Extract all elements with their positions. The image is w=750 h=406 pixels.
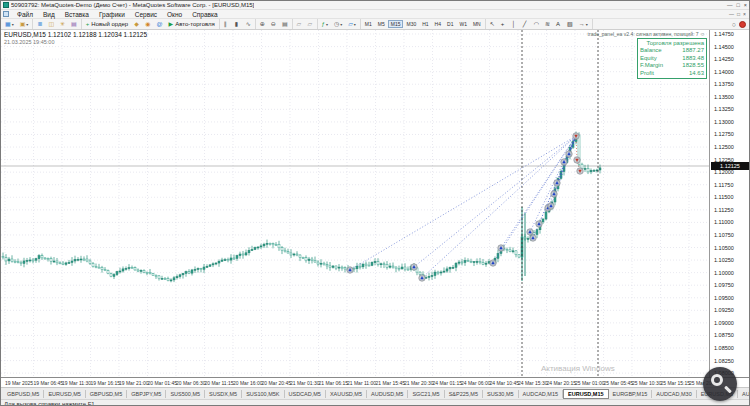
chart-tab-4[interactable]: SUS500,M5 bbox=[166, 390, 205, 398]
timeframe-button-m5[interactable]: M5 bbox=[375, 20, 388, 28]
trade-marker-buy[interactable] bbox=[548, 203, 554, 209]
trade-marker-buy[interactable] bbox=[530, 235, 536, 241]
notification-icon[interactable] bbox=[739, 21, 746, 28]
shapes-button[interactable]: ▧ bbox=[565, 20, 575, 29]
timeframe-button-m15[interactable]: M15 bbox=[388, 20, 404, 28]
fibonacci-button[interactable]: ≋ bbox=[543, 20, 552, 29]
trade-marker-buy[interactable] bbox=[536, 221, 542, 227]
chart-area[interactable]: 1.147501.145001.142501.140001.137501.135… bbox=[1, 30, 750, 377]
search-icon[interactable]: ○ bbox=[732, 21, 736, 28]
trade-marker-buy[interactable] bbox=[561, 159, 567, 165]
mail-button[interactable]: @ bbox=[154, 20, 164, 29]
cursor-button[interactable]: ↖ bbox=[488, 20, 497, 29]
chart-tab-1[interactable]: EURUSD,M5 bbox=[44, 390, 85, 398]
symbol-ohlc-info: EURUSD,M15 1.12102 1.12188 1.12034 1.121… bbox=[4, 31, 147, 38]
candles-chart-button[interactable]: ▮ bbox=[233, 20, 242, 29]
tile-windows-button[interactable]: ▤ bbox=[280, 20, 290, 29]
navigator-button[interactable]: ✳ bbox=[58, 20, 67, 29]
chart-tab-7[interactable]: USDCAD,M5 bbox=[285, 390, 326, 398]
line-chart-button[interactable]: ∿ bbox=[244, 20, 253, 29]
chart-tab-11[interactable]: S&P225,M5 bbox=[445, 390, 483, 398]
new-order-button[interactable]: +Новый ордер bbox=[84, 20, 130, 29]
chart-tab-5[interactable]: SUSDX,M5 bbox=[205, 390, 242, 398]
trade-marker-buy[interactable] bbox=[419, 275, 425, 281]
maximize-button[interactable]: □ bbox=[736, 2, 739, 8]
timeframe-button-d1[interactable]: D1 bbox=[444, 20, 456, 28]
toolbox-button[interactable]: ▤ bbox=[69, 20, 79, 29]
chart-tab-16[interactable]: AUDCAD,M30 bbox=[652, 390, 696, 398]
period-button[interactable]: ◷▾ bbox=[332, 20, 344, 29]
chart-tab-3[interactable]: GBPJPY,M5 bbox=[127, 390, 166, 398]
timeframe-button-m30[interactable]: M30 bbox=[403, 20, 419, 28]
bars-chart-button[interactable]: ∥ bbox=[222, 20, 231, 29]
time-tick-label: 24 Mar 06:00 bbox=[461, 380, 490, 386]
zoom-out-icon: ⊖ bbox=[271, 21, 276, 27]
data-window-button[interactable]: ◫ bbox=[46, 20, 56, 29]
price-chart[interactable] bbox=[1, 30, 709, 377]
trade-marker-buy[interactable] bbox=[551, 191, 557, 197]
auto-scroll-button[interactable]: ▱ bbox=[295, 20, 304, 29]
trendline-button[interactable]: ╱ bbox=[521, 20, 530, 29]
chart-tab-2[interactable]: GBPUSD,M5 bbox=[86, 390, 127, 398]
zoom-out-button[interactable]: ⊖ bbox=[269, 20, 278, 29]
trade-marker-sell[interactable] bbox=[574, 157, 580, 163]
trade-marker-buy[interactable] bbox=[527, 229, 533, 235]
chart-tab-0[interactable]: GBPUSD,M5 bbox=[3, 390, 44, 398]
chart-tab-8[interactable]: XAUUSD,M5 bbox=[326, 390, 367, 398]
child-minimize-button[interactable]: — bbox=[729, 11, 734, 17]
chart-tab-18[interactable]: AUDUSD,M15 bbox=[738, 390, 750, 398]
chart-tab-14[interactable]: EURUSD,M15 bbox=[563, 389, 608, 399]
objects-button[interactable]: ▱▾ bbox=[346, 20, 358, 29]
timeframe-button-m1[interactable]: M1 bbox=[362, 20, 375, 28]
close-button[interactable]: × bbox=[744, 2, 747, 8]
menu-item-1[interactable]: Вид bbox=[38, 10, 60, 18]
arrow-objects-button[interactable]: →▾ bbox=[577, 20, 590, 29]
trade-marker-buy[interactable] bbox=[347, 267, 353, 273]
chart-tab-12[interactable]: SUS30,M5 bbox=[483, 390, 519, 398]
timeframe-button-w1[interactable]: W1 bbox=[456, 20, 470, 28]
child-restore-button[interactable]: □ bbox=[737, 11, 740, 17]
new-order-icon: + bbox=[86, 21, 90, 27]
alerts-button[interactable]: ◉ bbox=[143, 20, 152, 29]
trade-marker-buy[interactable] bbox=[498, 245, 504, 251]
time-tick-label: 24 Mar 01:15 bbox=[433, 380, 462, 386]
crosshair-button[interactable]: + bbox=[499, 20, 508, 29]
algo-trading-button[interactable]: ▶Авто-торговля bbox=[167, 20, 217, 29]
zoom-in-button[interactable]: ⊕ bbox=[258, 20, 267, 29]
trade-marker-buy[interactable] bbox=[566, 151, 572, 157]
deposit-button[interactable]: ◆ bbox=[132, 20, 141, 29]
magnifier-overlay-button[interactable] bbox=[703, 367, 737, 401]
chart-tab-9[interactable]: AUDUSD,M5 bbox=[367, 390, 408, 398]
menu-item-6[interactable]: Справка bbox=[187, 10, 223, 18]
timeframe-button-h1[interactable]: H1 bbox=[419, 20, 431, 28]
chart-tab-13[interactable]: AUDCAD,M15 bbox=[519, 390, 563, 398]
equidistant-channel-button[interactable]: ◠ bbox=[532, 20, 541, 29]
profiles-button[interactable]: ▣▾ bbox=[18, 20, 31, 29]
trade-marker-buy[interactable] bbox=[411, 264, 417, 270]
text-button[interactable]: A bbox=[554, 20, 563, 29]
new-chart-button[interactable]: ▦▾ bbox=[3, 20, 16, 29]
trade-marker-sell[interactable] bbox=[577, 168, 583, 174]
menu-item-4[interactable]: Сервис bbox=[130, 10, 162, 18]
chart-shift-button[interactable]: ▱ bbox=[306, 20, 315, 29]
chart-tab-6[interactable]: SUS100,M5K bbox=[242, 390, 284, 398]
time-axis[interactable]: 19 Mar 202519 Mar 06:4519 Mar 11:3019 Ma… bbox=[1, 377, 749, 387]
price-axis[interactable]: 1.147501.145001.142501.140001.137501.135… bbox=[709, 30, 750, 377]
chart-tab-15[interactable]: EURGBP,M15 bbox=[609, 390, 653, 398]
menu-item-0[interactable]: Файл bbox=[12, 10, 38, 18]
candles-chart-icon: ▮ bbox=[235, 21, 238, 27]
child-close-button[interactable]: × bbox=[743, 11, 746, 17]
timeframe-button-h4[interactable]: H4 bbox=[432, 20, 444, 28]
market-watch-button[interactable]: ≣ bbox=[35, 20, 44, 29]
menu-item-5[interactable]: Окно bbox=[162, 10, 187, 18]
trade-marker-sell[interactable] bbox=[573, 133, 579, 139]
trade-marker-buy[interactable] bbox=[554, 180, 560, 186]
timeframe-button-mn[interactable]: MN bbox=[470, 20, 484, 28]
indicators-button[interactable]: ƒ▾ bbox=[320, 20, 330, 29]
minimize-button[interactable]: — bbox=[727, 2, 733, 8]
vertical-line-button[interactable]: │ bbox=[510, 20, 519, 29]
menu-item-2[interactable]: Вставка bbox=[60, 10, 94, 18]
menu-item-3[interactable]: Графики bbox=[94, 10, 130, 18]
trade-marker-buy[interactable] bbox=[490, 260, 496, 266]
chart-tab-10[interactable]: SGC21,M5 bbox=[408, 390, 444, 398]
